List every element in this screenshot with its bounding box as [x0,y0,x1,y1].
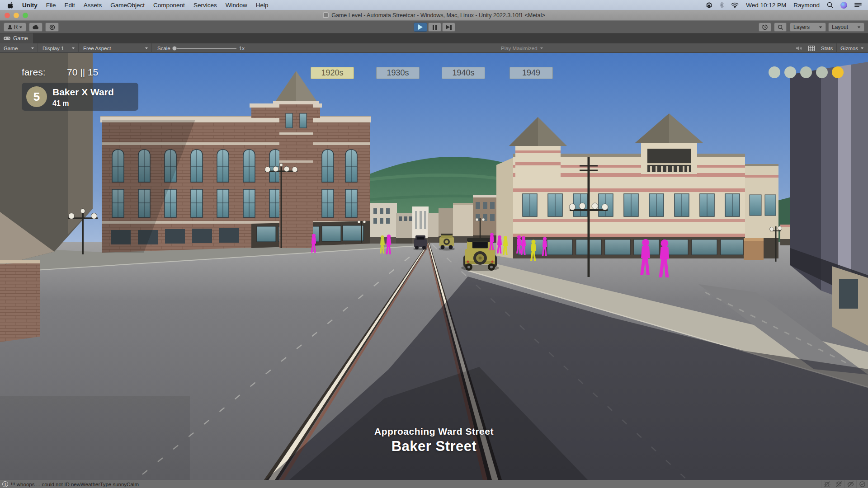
menu-services[interactable]: Services [193,2,217,9]
cloud-button[interactable] [29,23,42,32]
menu-unity[interactable]: Unity [22,2,38,9]
account-icon [7,24,13,30]
account-dropdown[interactable]: R [4,23,26,32]
tab-strip: Game [0,33,868,43]
display-dropdown[interactable]: Display 1 [39,43,79,53]
aspect-dropdown[interactable]: Free Aspect [80,43,152,53]
chevron-down-icon [861,47,863,49]
menu-component[interactable]: Component [153,2,185,9]
game-hud: fares: 70 || 15 5 Baker X Ward 41 m 1920… [0,53,868,480]
pause-icon [433,25,437,30]
status-bar: ! !!! whoops ... could not ID newWeather… [0,480,868,488]
era-button-1949[interactable]: 1949 [509,67,553,79]
scale-slider-knob[interactable] [172,46,177,51]
unity-editor-screen: Unity File Edit Assets GameObject Compon… [0,0,868,488]
street-announcement: Approaching Ward Street Baker Street [0,426,868,455]
game-viewport[interactable]: fares: 70 || 15 5 Baker X Ward 41 m 1920… [0,53,868,480]
menu-assets[interactable]: Assets [84,2,102,9]
zoom-window-button[interactable] [23,13,28,18]
status-bar-icons [821,480,868,488]
view-menu-dropdown[interactable]: Game [0,43,38,53]
era-button-1930s[interactable]: 1930s [376,67,420,79]
window-title: Game Level - Automata Streetcar - Window… [323,12,545,19]
mute-audio-button[interactable] [794,43,804,53]
undo-history-icon [762,24,768,30]
play-maximized-dropdown[interactable]: Play Maximized [497,43,547,53]
unity-toolbar: R Layers Layout [0,21,868,33]
menu-window[interactable]: Window [226,2,247,9]
fares-label: fares: [22,67,46,78]
layers-dropdown[interactable]: Layers [790,23,826,32]
undo-history-button[interactable] [759,23,771,32]
menu-file[interactable]: File [46,2,56,9]
gamepad-icon [4,36,10,41]
bluetooth-icon[interactable] [720,2,724,8]
traffic-lights [5,13,28,18]
mute-icon [796,46,802,51]
era-button-1920s[interactable]: 1920s [311,67,354,79]
console-message[interactable]: !!! whoops ... could not ID newWeatherTy… [11,482,139,487]
stop-distance: 41 m [52,99,69,108]
next-stop-panel: 5 Baker X Ward 41 m [22,83,138,111]
scale-slider[interactable] [173,48,236,49]
layout-dropdown[interactable]: Layout [828,23,864,32]
window-title-bar[interactable]: Game Level - Automata Streetcar - Window… [0,10,868,21]
cache-server-icon[interactable] [833,480,844,488]
menu-gameobject[interactable]: GameObject [110,2,145,9]
control-center-icon[interactable] [854,2,862,8]
services-icon [49,24,55,30]
chevron-down-icon [72,47,75,49]
progress-dot [784,66,796,78]
step-icon [446,25,452,30]
menu-user[interactable]: Raymond [793,2,820,9]
play-button[interactable] [414,23,427,32]
scale-value: 1x [239,46,245,51]
progress-dot [769,66,780,78]
progress-dot [816,66,828,78]
vsync-grid-button[interactable] [807,43,816,53]
pause-button[interactable] [428,23,441,32]
minimize-window-button[interactable] [14,13,19,18]
fares-counter: fares: 70 || 15 [22,67,46,78]
unity-logo-icon[interactable] [706,2,712,9]
toolbar-search-button[interactable] [774,23,787,32]
fares-value: 70 || 15 [67,67,98,78]
wifi-icon[interactable] [731,2,739,8]
close-window-button[interactable] [5,13,10,18]
macos-menu-bar: Unity File Edit Assets GameObject Compon… [0,0,868,10]
approaching-street-label: Approaching Ward Street [0,426,868,437]
stop-number-badge: 5 [26,86,47,107]
play-icon [418,24,423,30]
current-street-label: Baker Street [0,438,868,455]
tab-game[interactable]: Game [0,33,34,43]
chevron-down-icon [819,26,822,28]
step-button[interactable] [442,23,455,32]
chevron-down-icon [31,47,34,49]
search-icon[interactable] [827,2,833,8]
progress-check-icon[interactable] [856,480,868,488]
progress-dot [832,66,844,78]
chevron-down-icon [145,47,148,49]
cloud-icon [33,25,39,29]
debugger-icon[interactable] [821,480,833,488]
scale-control: Scale 1x [154,43,248,53]
services-button[interactable] [45,23,59,32]
chevron-down-icon [19,26,22,28]
stats-toggle[interactable]: Stats [817,43,836,53]
game-view-toolbar: Game Display 1 Free Aspect Scale 1x Play… [0,43,868,53]
menu-edit[interactable]: Edit [65,2,75,9]
menu-clock[interactable]: Wed 10:12 PM [746,2,786,9]
visibility-icon[interactable] [844,480,856,488]
gizmos-dropdown[interactable]: Gizmos [836,43,867,53]
chevron-down-icon [858,26,860,28]
progress-dot [800,66,812,78]
apple-icon[interactable] [8,2,14,9]
grid-icon [808,46,815,51]
account-initial: R [14,24,18,30]
chevron-down-icon [540,47,543,49]
unity-doc-icon [323,12,329,18]
menu-help[interactable]: Help [256,2,269,9]
info-icon: ! [2,481,8,487]
era-button-1940s[interactable]: 1940s [442,67,485,79]
siri-icon[interactable] [840,2,847,9]
